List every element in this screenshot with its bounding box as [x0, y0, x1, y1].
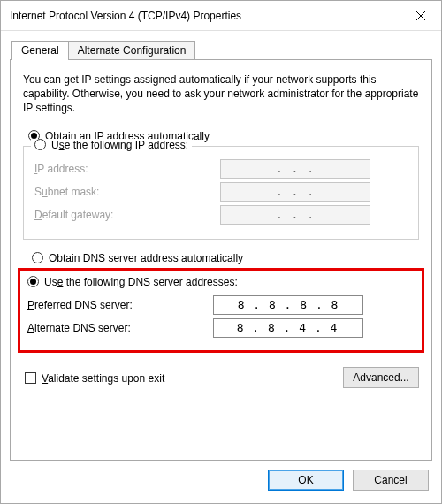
checkbox-validate-label: Validate settings upon exit	[42, 372, 164, 385]
radio-ip-manual[interactable]: Use the following IP address:	[31, 139, 192, 151]
label-ip-address: IP address:	[34, 163, 220, 175]
input-ip-address: . . .	[220, 159, 370, 179]
window-title: Internet Protocol Version 4 (TCP/IPv4) P…	[10, 10, 400, 22]
dialog-body: General Alternate Configuration You can …	[1, 31, 441, 503]
tab-strip: General Alternate Configuration	[10, 38, 432, 59]
intro-text: You can get IP settings assigned automat…	[23, 73, 419, 116]
label-alternate-dns: Alternate DNS server:	[27, 322, 213, 334]
ok-button[interactable]: OK	[268, 470, 344, 491]
advanced-button[interactable]: Advanced...	[343, 367, 419, 388]
radio-dns-auto-label: Obtain DNS server address automatically	[49, 252, 243, 264]
label-preferred-dns: Preferred DNS server:	[27, 299, 213, 311]
tab-general[interactable]: General	[11, 41, 69, 60]
row-default-gateway: Default gateway: . . .	[34, 205, 408, 225]
label-default-gateway: Default gateway:	[34, 209, 220, 221]
radio-ip-manual-label: Use the following IP address:	[51, 139, 188, 151]
radio-icon	[32, 252, 43, 263]
row-ip-address: IP address: . . .	[34, 159, 408, 179]
tab-panel-general: You can get IP settings assigned automat…	[10, 59, 432, 461]
tab-alternate-configuration[interactable]: Alternate Configuration	[68, 41, 196, 59]
row-subnet-mask: Subnet mask: . . .	[34, 182, 408, 202]
radio-dns-manual[interactable]: Use the following DNS server addresses:	[27, 276, 415, 288]
text-caret	[339, 322, 339, 334]
row-alternate-dns: Alternate DNS server: 8 . 8 . 4 . 4	[27, 318, 415, 338]
input-default-gateway: . . .	[220, 205, 370, 225]
cancel-button[interactable]: Cancel	[353, 470, 429, 491]
radio-icon	[34, 139, 46, 150]
checkbox-icon	[25, 372, 36, 384]
close-icon	[416, 11, 425, 20]
row-preferred-dns: Preferred DNS server: 8 . 8 . 8 . 8	[27, 295, 415, 315]
dialog-buttons: OK Cancel	[10, 461, 432, 494]
radio-dns-auto[interactable]: Obtain DNS server address automatically	[32, 252, 419, 264]
radio-dns-manual-label: Use the following DNS server addresses:	[44, 276, 238, 288]
dialog-window: Internet Protocol Version 4 (TCP/IPv4) P…	[0, 0, 442, 504]
radio-icon	[27, 276, 39, 287]
bottom-row: Validate settings upon exit Advanced...	[23, 367, 419, 388]
titlebar: Internet Protocol Version 4 (TCP/IPv4) P…	[1, 1, 441, 31]
checkbox-validate[interactable]: Validate settings upon exit	[25, 372, 164, 385]
input-subnet-mask: . . .	[220, 182, 370, 202]
dns-highlight-box: Use the following DNS server addresses: …	[18, 268, 424, 353]
input-preferred-dns[interactable]: 8 . 8 . 8 . 8	[213, 295, 363, 315]
label-subnet-mask: Subnet mask:	[34, 186, 220, 198]
ip-manual-fieldset: Use the following IP address: IP address…	[23, 146, 419, 240]
input-alternate-dns[interactable]: 8 . 8 . 4 . 4	[213, 318, 363, 338]
close-button[interactable]	[400, 1, 441, 31]
